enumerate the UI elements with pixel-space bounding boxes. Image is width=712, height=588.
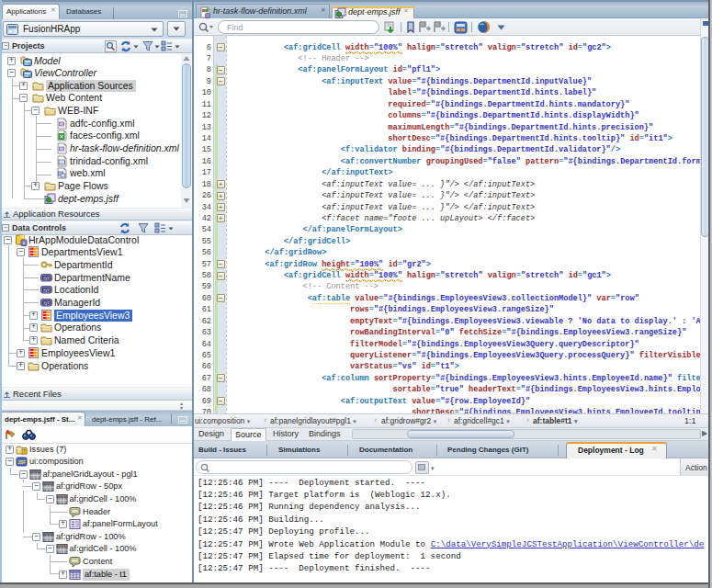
svg-text:xyz: xyz	[43, 288, 51, 292]
svg-text:↔: ↔	[60, 160, 64, 164]
svg-text:xyz: xyz	[43, 276, 51, 280]
svg-text:JSF: JSF	[17, 459, 26, 465]
svg-text:!: !	[24, 449, 25, 454]
svg-text:xyz: xyz	[43, 300, 51, 305]
